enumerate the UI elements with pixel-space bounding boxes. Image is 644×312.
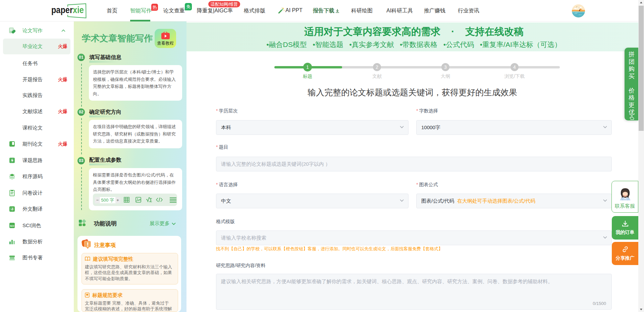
svg-text:SCI: SCI — [10, 224, 14, 227]
svg-text:译: 译 — [10, 207, 14, 211]
